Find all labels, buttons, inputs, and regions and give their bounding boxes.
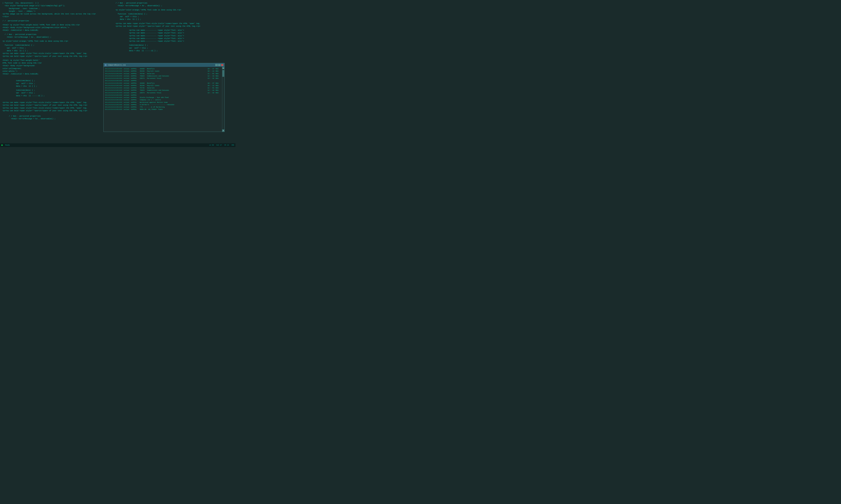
code-line: var self = this ; (2, 82, 110, 85)
code-line: <p>You can bold <span style=''>parts</sp… (2, 109, 110, 112)
data-row: 001101010101001000xx11a1AAPP0177% ------… (105, 106, 221, 108)
status-left: Ready (1, 144, 10, 146)
code-line: data = dta ll { } ; (2, 49, 110, 52)
code-line: function todoitem(data) { ; (2, 44, 110, 47)
code-line: <p>You can bold <span style=''>parts</sp… (2, 55, 110, 58)
code-line: <html> <errorMessage = ko , observable()… (116, 4, 233, 7)
file-scrollbar: ▲ ▼ (222, 67, 224, 132)
code-line: <p>You can make <span style='font-style:… (2, 52, 110, 55)
code-line: <html> <p style='font-weight:bold;' (2, 59, 110, 62)
scrollbar-track (222, 69, 224, 129)
data-row: 001101010101001000xx11a1AAPP0135246Payro… (105, 85, 221, 87)
file-window-title: CompareObjects.css (105, 64, 126, 66)
ins-label: INS (231, 144, 234, 146)
code-line: / / Non - persisted properties (116, 2, 233, 4)
data-row: 001101010101001000xx11a1AAPP01 (105, 94, 221, 96)
code-line: data = dta ll { } ; (116, 18, 233, 21)
ch-label: Ch 14 (224, 144, 229, 146)
scroll-down-button[interactable]: ▼ (222, 129, 225, 132)
data-row: 001101010101001000xx11a1AAPP0176023Commi… (105, 75, 221, 77)
minimize-button[interactable]: ─ (215, 64, 218, 66)
code-line: data = dta ll { } ; (2, 85, 110, 88)
status-indicator (1, 144, 3, 146)
ln-label: Ln 69 (209, 144, 214, 146)
code-line: <p style='color:orange;'>HTML font code … (2, 40, 110, 42)
file-data-area: 001101010101001000xx11a1AAPP0110460Benef… (104, 67, 222, 132)
col-label: Col 17 (216, 144, 222, 146)
left-pane: ( function (ko, datacontext) } } <div st… (0, 0, 113, 142)
file-icon (105, 64, 107, 66)
data-row: 001101010101001000xx11a1AAPP0110460Benef… (105, 68, 221, 70)
code-line: / / persisted properties (2, 19, 110, 22)
code-line: todoitem(data) { ; (116, 44, 233, 47)
code-line: <p style='color:orange;'>HTML font code … (116, 8, 233, 11)
code-line: todoitem(data) { ; (2, 79, 110, 82)
data-row: 001101010101001000xx11a1AAPP0176745Salar… (105, 87, 221, 89)
code-line: / / Non - persisted properties (2, 33, 110, 36)
data-row: 001101010101001000xx11a1AAPP01Worminnud … (105, 101, 221, 104)
code-line: function todoitem(data) { ; (116, 13, 233, 15)
code-line: <div style='background-image:url('/pix/s… (2, 4, 110, 7)
code-line: <p>You can bold <span style=''>parts</sp… (116, 25, 233, 28)
code-line: var self = this ; (2, 47, 110, 49)
ready-label: Ready (5, 144, 10, 146)
code-line: <html> <body style='background- (2, 64, 110, 67)
data-row: 001101010101001000xx11a1AAPP010000.09 -0… (105, 108, 221, 111)
code-line: var self = this ; (116, 47, 233, 49)
code-line: <p>The image can be tiled across the bac… (2, 13, 110, 15)
code-line: <p>You can make----------- <span style='… (116, 37, 233, 40)
status-bar: Ready Ln 69 Col 17 Ch 14 INS (0, 143, 236, 147)
code-line: todoitem(data) { ; (2, 89, 110, 92)
window-controls: ─ □ ✕ (215, 64, 223, 66)
code-line: HTML font code is done using CSS.</p> (2, 62, 110, 64)
data-row: 001101010101001000xx11a1AAPP01Stocks Exc… (105, 96, 221, 99)
data-row: 001101010101001000xx11a1AAPP0135246Payro… (105, 70, 221, 72)
data-row: 001101010101001000xx11a1AAPP0123674Perso… (105, 77, 221, 79)
code-line: <html> .todolistid = data.todoidb; (2, 73, 110, 75)
code-line: <p>You can make <span style='font-style:… (2, 101, 110, 104)
file-window-title-text: CompareObjects.css (108, 64, 126, 66)
code-line: <html> .todolistid = data.todoidb; (2, 29, 110, 32)
code-line: </div> (2, 15, 110, 18)
code-line: <p>You can make----------- <span style='… (116, 34, 233, 37)
file-window: CompareObjects.css ─ □ ✕ 001101010101001… (103, 63, 225, 132)
code-line: <p>You can make <span style='font-style:… (2, 107, 110, 109)
code-line: color:white;'> (2, 70, 110, 73)
code-line: <html> <errorMessage = ko , observable()… (2, 118, 110, 120)
code-line: <p>You can make----------- <span style='… (116, 40, 233, 42)
code-line: data = dta ll ------2{ } ; (2, 94, 110, 97)
code-line: color:yellowgreen; (2, 67, 110, 70)
data-row: 001101010101001000xx11a1AAPP0176023Commi… (105, 89, 221, 92)
file-window-content: 001101010101001000xx11a1AAPP0110460Benef… (104, 67, 224, 132)
code-line: height . text - :200px;'> (2, 10, 110, 13)
close-button[interactable]: ✕ (221, 64, 223, 66)
code-line: var self = this ; (116, 15, 233, 18)
code-line: <p>You can make <span style='font-style:… (116, 22, 233, 25)
file-window-titlebar: CompareObjects.css ─ □ ✕ (104, 63, 224, 67)
data-row: 001101010101001000xx11a1AAPP01Company (A… (105, 99, 221, 101)
code-line: <p>You can make----------- <span style='… (116, 29, 233, 32)
scrollbar-thumb[interactable] (222, 70, 224, 77)
data-row: 001101010101001000xx11a1AAPP010.83745r7t… (105, 104, 221, 106)
code-line: <html> <p style='font-weight:bold;'>HTML… (2, 23, 110, 26)
code-line: data = dta ll ------2{ } ; (116, 49, 233, 52)
scroll-up-button[interactable]: ▲ (222, 67, 225, 69)
data-row: 001101010101001000xx11a1AAPP01 (105, 79, 221, 82)
code-line: var self = this ; (2, 92, 110, 94)
status-right: Ln 69 Col 17 Ch 14 INS (209, 144, 234, 146)
data-row: 001101010101001000xx11a1AAPP0110460Benef… (105, 82, 221, 85)
code-line: / / Non - persisted properties (2, 115, 110, 118)
code-line: <html> <body style='background-color:yel… (2, 26, 110, 29)
maximize-button[interactable]: □ (218, 64, 221, 66)
code-line: ( function (ko, datacontext) } } (2, 2, 110, 4)
data-row: 001101010101001000xx11a1AAPP0176745Salar… (105, 73, 221, 75)
code-line: background . text- todoitem ; (2, 7, 110, 10)
code-line: <p>You can bold <span style=''>parts</sp… (2, 104, 110, 107)
code-line: <html> <errorMessage = ko , observable()… (2, 36, 110, 38)
code-line: <p>You can make----------- <span style='… (116, 32, 233, 34)
data-row: 001101010101001000xx11a1AAPP0123674Perso… (105, 92, 221, 94)
